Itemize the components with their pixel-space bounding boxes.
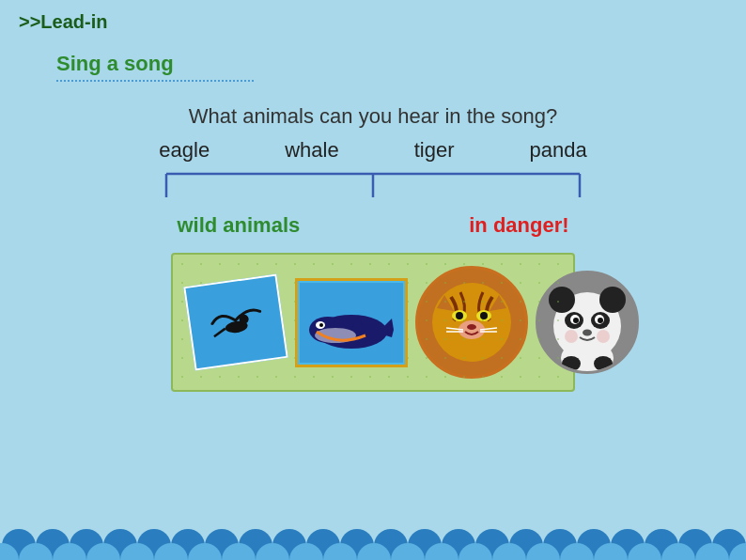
animal-tiger: tiger bbox=[414, 138, 455, 163]
bottom-waves bbox=[0, 494, 746, 560]
eagle-image bbox=[184, 275, 288, 369]
svg-point-40 bbox=[594, 356, 613, 371]
panda-image bbox=[536, 271, 639, 374]
panda-icon bbox=[538, 273, 636, 371]
wild-animals-label: wild animals bbox=[177, 213, 300, 238]
sing-section: Sing a song bbox=[0, 44, 746, 86]
bracket-svg bbox=[110, 164, 636, 211]
svg-point-27 bbox=[549, 287, 575, 313]
images-container bbox=[184, 266, 639, 379]
page-header: >>Lead-in bbox=[0, 0, 746, 44]
svg-point-36 bbox=[565, 330, 578, 343]
svg-point-28 bbox=[599, 287, 626, 313]
animals-row: eagle whale tiger panda bbox=[0, 138, 746, 163]
animal-eagle: eagle bbox=[159, 138, 210, 163]
svg-point-33 bbox=[573, 318, 579, 323]
svg-point-18 bbox=[480, 312, 488, 319]
whale-image bbox=[295, 278, 408, 367]
dotted-underline bbox=[56, 80, 254, 82]
eagle-rect bbox=[183, 273, 288, 370]
tiger-image bbox=[415, 266, 528, 379]
svg-point-37 bbox=[597, 330, 610, 343]
image-box bbox=[171, 253, 575, 392]
animal-whale: whale bbox=[285, 138, 338, 163]
header-title: >>Lead-in bbox=[19, 11, 107, 32]
svg-point-12 bbox=[319, 323, 323, 327]
svg-point-35 bbox=[583, 330, 592, 336]
svg-point-16 bbox=[456, 312, 463, 319]
whale-icon bbox=[300, 283, 403, 363]
svg-point-39 bbox=[562, 356, 581, 371]
tiger-icon bbox=[418, 269, 525, 376]
animal-panda: panda bbox=[529, 138, 586, 163]
in-danger-label: in danger! bbox=[469, 213, 568, 238]
svg-point-34 bbox=[598, 318, 603, 323]
sing-label: Sing a song bbox=[56, 52, 690, 76]
bracket-labels: wild animals in danger! bbox=[0, 213, 746, 238]
question-text: What animals can you hear in the song? bbox=[0, 104, 746, 129]
eagle-icon bbox=[199, 289, 272, 354]
svg-point-20 bbox=[467, 324, 476, 330]
